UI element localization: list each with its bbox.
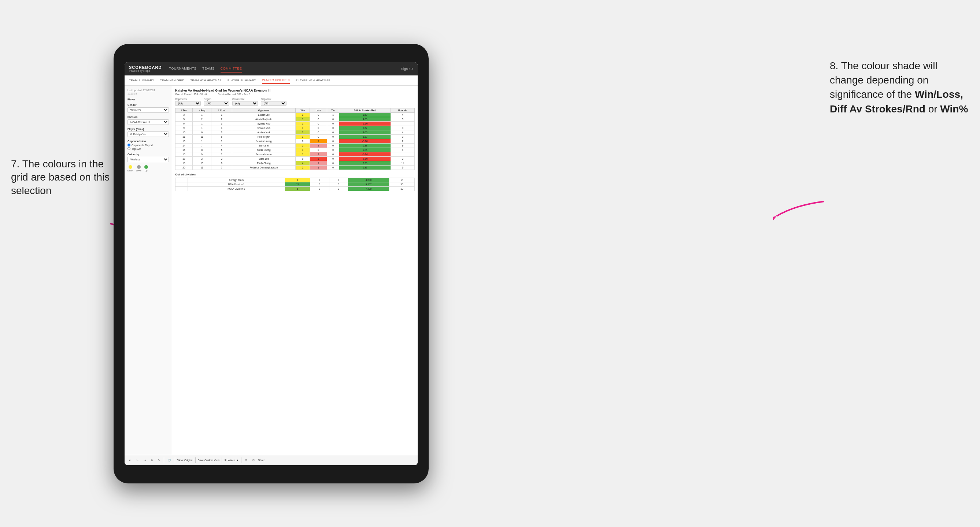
- cell-conf: 1: [212, 152, 232, 157]
- nav-tournaments[interactable]: TOURNAMENTS: [169, 65, 196, 73]
- cell-reg: 6: [192, 130, 211, 135]
- cell-loss: 1: [310, 165, 327, 170]
- player-section: Player: [127, 98, 169, 101]
- legend-down: Down: [127, 165, 133, 172]
- clock-btn[interactable]: 🕐: [166, 458, 173, 462]
- gender-section: Gender Women's: [127, 104, 169, 113]
- sign-out-link[interactable]: Sign out: [401, 67, 413, 71]
- subnav-player-h2h-grid[interactable]: PLAYER H2H GRID: [262, 77, 290, 84]
- legend-level-dot: [137, 165, 141, 169]
- opponent-view-section: Opponent view Opponents Played Top 100: [127, 140, 169, 150]
- cell-rounds: 3: [391, 126, 415, 130]
- annotation-left-text: 7. The colours in the grid are based on …: [11, 158, 110, 196]
- division-record-value: 331 - 34 - 6: [237, 93, 250, 95]
- cell-diff: 3.67: [339, 126, 391, 130]
- save-custom-btn[interactable]: Save Custom View: [198, 459, 220, 462]
- subnav-player-h2h-heatmap[interactable]: PLAYER H2H HEATMAP: [296, 77, 331, 84]
- cell-win: 1: [296, 152, 310, 157]
- cell-conf: 6: [212, 161, 232, 165]
- share-btn[interactable]: Share: [258, 459, 265, 462]
- radio-opponents-played[interactable]: Opponents Played: [127, 144, 169, 146]
- cell-div: 18: [175, 157, 193, 161]
- radio-top100[interactable]: Top 100: [127, 147, 169, 150]
- subnav-team-h2h-grid[interactable]: TEAM H2H GRID: [160, 77, 185, 84]
- table-row: 19 10 6 Emily Chang 4 1 0 0.30 11: [175, 161, 415, 165]
- filter-opponent-label: Opponent: [261, 98, 286, 100]
- grid-btn[interactable]: ⊟: [251, 458, 256, 462]
- subnav-player-summary[interactable]: PLAYER SUMMARY: [228, 77, 256, 84]
- cell-div: 3: [175, 113, 193, 117]
- view-original-btn[interactable]: View: Original: [177, 459, 193, 462]
- annotation-right: 8. The colour shade will change dependin…: [830, 59, 969, 116]
- cell-tie: 0: [327, 157, 339, 161]
- cell-name: Heejo Hyun: [232, 135, 295, 139]
- col-rounds: Rounds: [391, 108, 415, 113]
- cell-reg: 10: [192, 161, 211, 165]
- gender-select[interactable]: Women's: [127, 107, 169, 113]
- division-record-label: Division Record:: [218, 93, 236, 95]
- filter-opponents-select[interactable]: (All): [175, 101, 201, 106]
- cell-rounds: 3: [391, 117, 415, 122]
- table-row: 5 2 2 Alexis Sudjianto 1 0 0 4.00 3: [175, 117, 415, 122]
- cell-name-ood: Foreign Team: [188, 178, 285, 183]
- annotation-left: 7. The colours in the grid are based on …: [11, 157, 110, 197]
- cell-loss-ood: 0: [310, 178, 329, 183]
- cell-name: Andrea York: [232, 130, 295, 135]
- separator5: [241, 457, 242, 463]
- colour-by-label: Colour by: [127, 153, 169, 156]
- out-of-division-table: Foreign Team 1 0 0 4.500 2 NAIA Division…: [175, 178, 415, 191]
- player-rank-label: Player (Rank): [127, 128, 169, 130]
- cell-conf: 6: [212, 135, 232, 139]
- edit-btn[interactable]: ✎: [156, 458, 162, 462]
- cell-loss: 0: [310, 117, 327, 122]
- subnav-team-h2h-heatmap[interactable]: TEAM H2H HEATMAP: [190, 77, 222, 84]
- undo-btn[interactable]: ↩: [127, 458, 133, 462]
- colour-by-select[interactable]: Win/loss: [127, 157, 169, 162]
- filter-conference-select[interactable]: (All): [232, 101, 258, 106]
- separator3: [195, 457, 196, 463]
- filter-opponent-select[interactable]: (All): [261, 101, 286, 106]
- opponent-view-radios: Opponents Played Top 100: [127, 144, 169, 150]
- cell-div: 10: [175, 130, 193, 135]
- cell-tie: 0: [327, 139, 339, 144]
- player-rank-select[interactable]: 8. Katelyn Vo: [127, 132, 169, 137]
- col-conf: # Conf: [212, 108, 232, 113]
- subnav-team-summary[interactable]: TEAM SUMMARY: [129, 77, 154, 84]
- watch-btn[interactable]: 👁 Watch▼: [224, 459, 239, 462]
- forward-btn[interactable]: ⇥: [142, 458, 147, 462]
- division-select[interactable]: NCAA Division III: [127, 119, 169, 125]
- nav-right: Sign out: [401, 67, 413, 71]
- cell-rounds: 2: [391, 139, 415, 144]
- cell-reg: 1: [192, 113, 211, 117]
- copy-btn[interactable]: ⧉: [150, 458, 154, 462]
- cell-conf: 5: [212, 148, 232, 152]
- nav-bar: SCOREBOARD Powered by clippd TOURNAMENTS…: [124, 62, 418, 75]
- filter-conference: Conference (All): [232, 98, 258, 106]
- cell-win-ood: 15: [285, 183, 310, 187]
- cell-diff: -0.94: [339, 152, 391, 157]
- cell-rounds-ood: 30: [389, 183, 414, 187]
- cell-tie: 0: [327, 165, 339, 170]
- nav-committee[interactable]: COMMITTEE: [221, 65, 242, 73]
- cell-name: Stella Cheng: [232, 148, 295, 152]
- redo-btn[interactable]: ↪: [135, 458, 140, 462]
- filter-region-select[interactable]: (All): [204, 101, 229, 106]
- cell-name: Jessica Huang: [232, 139, 295, 144]
- cell-tie: 0: [327, 126, 339, 130]
- cell-tie: 0: [327, 117, 339, 122]
- layout-btn[interactable]: ⊞: [243, 458, 249, 462]
- cell-conf: 4: [212, 144, 232, 148]
- cell-loss: 0: [310, 113, 327, 117]
- cell-win-ood: 1: [285, 178, 310, 183]
- nav-links: TOURNAMENTS TEAMS COMMITTEE: [169, 65, 401, 73]
- col-div: # Div: [175, 108, 193, 113]
- cell-name-ood: NCAA Division 2: [188, 187, 285, 191]
- nav-teams[interactable]: TEAMS: [202, 65, 215, 73]
- table-row: 10 6 3 Andrea York 2 0 0 4.00 4: [175, 130, 415, 135]
- cell-diff: 3.33: [339, 135, 391, 139]
- separator2: [175, 457, 175, 463]
- cell-name: Eunice Yi: [232, 144, 295, 148]
- cell-win: 1: [296, 117, 310, 122]
- cell-diff-ood: 7.400: [348, 187, 390, 191]
- cell-name: Alexis Sudjianto: [232, 117, 295, 122]
